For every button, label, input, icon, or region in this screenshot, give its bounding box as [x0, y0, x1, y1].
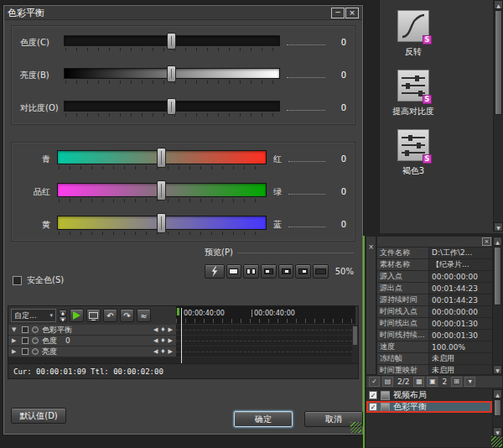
playhead[interactable]	[181, 308, 182, 363]
track-lane[interactable]	[176, 325, 352, 336]
preset-dropdown[interactable]: 自定... ▾	[11, 309, 56, 322]
effect-row-video-layout[interactable]: ✓ 视频布局	[366, 389, 492, 401]
preview-label: 预览(P)	[205, 247, 233, 258]
spin-up-icon[interactable]: ▲	[59, 310, 67, 315]
track-row-brightness[interactable]: ▶ 亮度 ◀ ♦ ▶	[8, 346, 352, 357]
default-button[interactable]: 默认值(D)	[11, 408, 66, 424]
safe-color-option[interactable]: 安全色(S)	[13, 267, 64, 294]
prev-keyframe-icon[interactable]: ◀	[153, 326, 158, 333]
scroll-up-icon[interactable]: ▲	[494, 0, 503, 9]
next-keyframe-icon[interactable]: ▶	[169, 326, 173, 333]
box-view-icon[interactable]: ▣	[427, 377, 438, 387]
enable-all-icon[interactable]: ✓	[369, 377, 380, 387]
collapsed-panel-strip[interactable]: ×	[366, 236, 376, 375]
preview-layout-single-button[interactable]	[226, 264, 242, 279]
chroma-slider-thumb[interactable]	[167, 33, 176, 49]
track-row-color-balance[interactable]: ▼ 色彩平衡 ◀ ♦ ▶	[8, 325, 352, 336]
list-view-icon[interactable]: ▤	[382, 377, 393, 387]
options-chevron-icon[interactable]: ▾	[464, 377, 475, 387]
close-icon[interactable]: ×	[482, 237, 491, 246]
yellow-blue-slider-thumb[interactable]	[157, 213, 166, 233]
system-preset-badge: S	[423, 35, 432, 44]
expander-icon[interactable]: ▼	[12, 326, 18, 333]
magenta-green-slider[interactable]	[57, 180, 267, 204]
scroll-down-icon[interactable]: ▼	[493, 427, 502, 436]
preview-layout-right-button[interactable]	[295, 264, 311, 279]
next-keyframe-icon[interactable]: ▶	[169, 337, 173, 344]
effect-row-color-balance[interactable]: ✓ 色彩平衡	[366, 401, 492, 413]
track-checkbox[interactable]	[22, 326, 29, 333]
add-keyframe-icon[interactable]: ♦	[160, 337, 165, 344]
keyframe-toggle-icon[interactable]	[32, 348, 39, 355]
next-keyframe-icon[interactable]: ▶	[169, 348, 173, 355]
scroll-up-icon[interactable]: ▲	[493, 237, 502, 246]
add-keyframe-icon[interactable]: ♦	[160, 326, 165, 333]
safe-color-checkbox[interactable]	[13, 276, 22, 285]
preview-layout-center-button[interactable]	[278, 264, 294, 279]
add-keyframe-icon[interactable]: ♦	[160, 348, 165, 355]
track-checkbox[interactable]	[22, 337, 29, 344]
magenta-green-slider-thumb[interactable]	[157, 180, 166, 201]
timeline-ruler[interactable]: 00:00:40:00 00:00:40:00	[176, 306, 355, 325]
track-lane[interactable]	[176, 346, 352, 357]
window-resize-grip[interactable]	[491, 436, 502, 447]
scrollbar-thumb[interactable]	[494, 247, 501, 305]
scrollbar-thumb[interactable]	[495, 10, 502, 115]
prev-keyframe-icon[interactable]: ◀	[153, 348, 158, 355]
info-scrollbar[interactable]: ▲ ▼	[492, 237, 502, 374]
scrollbar-thumb[interactable]	[494, 399, 501, 416]
redo-button[interactable]: ↷	[120, 309, 134, 322]
effect-item-contrast[interactable]: S 提高对比度	[386, 70, 440, 117]
expander-icon[interactable]: ▶	[12, 337, 18, 344]
curve-button[interactable]: ≈	[137, 309, 151, 322]
scroll-down-icon[interactable]: ▼	[494, 222, 503, 232]
auto-preview-button[interactable]	[205, 264, 225, 279]
track-row-chroma[interactable]: ▶ 色度 0 ◀ ♦ ▶	[8, 336, 352, 346]
effects-list-scrollbar[interactable]: ▲ ▼	[492, 389, 502, 436]
invert-effect-icon: S	[397, 10, 429, 42]
expander-icon[interactable]: ▶	[12, 348, 18, 355]
redo-icon: ↷	[123, 311, 130, 320]
dialog-resize-grip[interactable]	[350, 422, 361, 433]
minimize-icon[interactable]: ─	[331, 8, 345, 18]
dialog-titlebar[interactable]: 色彩平衡 ─ ×	[4, 6, 362, 20]
effects-scrollbar[interactable]: ▲ ▼	[493, 0, 503, 232]
keyframe-toggle-icon[interactable]	[32, 326, 39, 333]
color-balance-group: 青 红 0 品红 绿 0	[11, 142, 355, 242]
cyan-red-slider-thumb[interactable]	[157, 148, 166, 168]
track-lane[interactable]	[176, 336, 352, 346]
contrast-slider-thumb[interactable]	[167, 98, 176, 115]
preview-layout-wide-button[interactable]	[313, 264, 329, 279]
close-icon[interactable]: ×	[345, 8, 359, 18]
yellow-blue-slider[interactable]	[57, 213, 267, 237]
track-checkbox[interactable]	[22, 348, 29, 355]
timeline-toolbar: 自定... ▾ ▲ ▼ ↶ ↷ ≈	[8, 306, 176, 325]
preview-layout-dual-button[interactable]	[243, 264, 259, 279]
scroll-down-icon[interactable]: ▼	[493, 365, 502, 374]
play-button[interactable]	[70, 309, 84, 322]
preview-layout-left-button[interactable]	[261, 264, 277, 279]
effect-item-invert[interactable]: S 反转	[386, 10, 440, 58]
keyframe-toggle-icon[interactable]	[32, 337, 39, 344]
chroma-slider[interactable]	[64, 33, 280, 53]
grid-view-icon[interactable]: ▦	[413, 377, 424, 387]
prev-keyframe-icon[interactable]: ◀	[153, 337, 158, 344]
effect-enabled-checkbox[interactable]: ✓	[369, 391, 377, 399]
contrast-slider[interactable]	[64, 98, 280, 118]
monitor-button[interactable]	[86, 309, 101, 322]
effect-enabled-checkbox[interactable]: ✓	[369, 403, 377, 411]
brightness-slider-thumb[interactable]	[167, 65, 176, 82]
scroll-up-icon[interactable]: ▲	[493, 389, 502, 399]
cyan-red-slider[interactable]	[57, 148, 267, 171]
undo-button[interactable]: ↶	[103, 309, 117, 322]
add-effect-icon[interactable]: ⊞	[451, 377, 462, 387]
timeline-scrollbar[interactable]	[352, 325, 358, 363]
close-icon[interactable]: ×	[368, 243, 374, 251]
effect-item-sepia[interactable]: S 褐色3	[386, 129, 440, 177]
brightness-slider[interactable]	[64, 65, 280, 86]
scrollbar-thumb[interactable]	[353, 326, 357, 345]
track-label: 亮度	[42, 346, 57, 357]
ok-button[interactable]: 确定	[234, 411, 293, 427]
cyan-red-value: 0	[329, 154, 346, 164]
spin-down-icon[interactable]: ▼	[59, 316, 67, 322]
